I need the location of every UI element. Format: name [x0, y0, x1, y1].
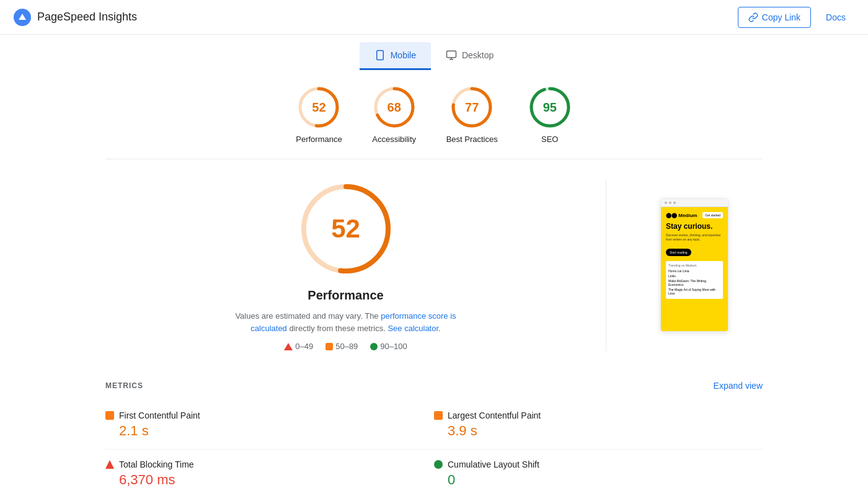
- score-ring-seo: 95: [528, 85, 572, 130]
- score-value-accessibility: 68: [388, 100, 401, 115]
- page-screenshot: ⬤⬤ Medium Get started Stay curious. Disc…: [660, 198, 728, 332]
- legend-fail-range: 0–49: [295, 342, 313, 351]
- metric-fcp: First Contentful Paint 2.1 s: [105, 401, 434, 450]
- medium-logo: ⬤⬤ Medium: [666, 213, 697, 218]
- performance-section: 52 Performance Values are estimated and …: [105, 159, 763, 371]
- metric-cls: Cumulative Layout Shift 0: [434, 450, 763, 488]
- performance-divider: [606, 179, 606, 351]
- header-left: PageSpeed Insights: [12, 7, 137, 27]
- perf-note-text2: directly from these metrics.: [289, 324, 388, 333]
- screenshot-headline: Stay curious.: [666, 222, 723, 231]
- browser-bar: [661, 199, 728, 207]
- score-cards: 52 Performance 68 Accessibility: [105, 70, 763, 159]
- tab-desktop-label: Desktop: [462, 50, 494, 60]
- score-ring-performance: 52: [296, 85, 341, 130]
- screenshot-body: ⬤⬤ Medium Get started Stay curious. Disc…: [661, 207, 728, 331]
- svg-rect-3: [446, 51, 456, 58]
- pass-icon: [370, 343, 378, 350]
- tab-desktop[interactable]: Desktop: [431, 42, 508, 70]
- fcp-name: First Contentful Paint: [119, 410, 200, 420]
- score-ring-accessibility: 68: [372, 85, 417, 130]
- start-reading-button: Start reading: [666, 249, 691, 256]
- legend-item-fail: 0–49: [284, 342, 313, 351]
- header-right: Copy Link Docs: [738, 7, 856, 28]
- pagespeed-logo: [12, 7, 32, 27]
- calculator-link[interactable]: See calculator: [388, 324, 438, 333]
- score-label-seo: SEO: [541, 135, 558, 144]
- tbt-indicator: [105, 460, 114, 469]
- metric-lcp-name-row: Largest Contentful Paint: [434, 410, 763, 420]
- performance-left: 52 Performance Values are estimated and …: [105, 179, 586, 351]
- trending-item-1: Homo Lei Lima: [668, 269, 720, 273]
- legend-item-pass: 90–100: [370, 342, 407, 351]
- legend: 0–49 50–89 90–100: [284, 342, 407, 351]
- score-card-performance[interactable]: 52 Performance: [296, 85, 342, 144]
- metrics-grid: First Contentful Paint 2.1 s Largest Con…: [105, 401, 763, 488]
- screenshot-container: ⬤⬤ Medium Get started Stay curious. Disc…: [626, 179, 763, 351]
- score-label-accessibility: Accessibility: [372, 135, 416, 144]
- browser-dot-2: [669, 202, 671, 204]
- metrics-section: METRICS Expand view First Contentful Pai…: [105, 371, 763, 488]
- score-card-best-practices[interactable]: 77 Best Practices: [446, 85, 498, 144]
- fail-icon: [284, 343, 293, 350]
- app-title: PageSpeed Insights: [37, 11, 137, 24]
- copy-link-label: Copy Link: [762, 12, 800, 22]
- copy-link-button[interactable]: Copy Link: [738, 7, 811, 28]
- lcp-value: 3.9 s: [448, 423, 763, 439]
- trending-item-2: Links: [668, 274, 720, 278]
- fcp-value: 2.1 s: [119, 423, 434, 439]
- header: PageSpeed Insights Copy Link Docs: [0, 0, 868, 35]
- link-icon: [748, 12, 758, 22]
- metric-lcp: Largest Contentful Paint 3.9 s: [434, 401, 763, 450]
- browser-dot-3: [673, 202, 676, 204]
- trending-section: Trending on Medium Homo Lei Lima Links M…: [666, 261, 723, 299]
- cls-value: 0: [448, 472, 763, 488]
- expand-view-button[interactable]: Expand view: [714, 381, 763, 391]
- desktop-icon: [446, 50, 457, 61]
- legend-average-range: 50–89: [335, 342, 358, 351]
- cls-name: Cumulative Layout Shift: [448, 459, 539, 469]
- browser-dot-1: [665, 202, 667, 204]
- metrics-header: METRICS Expand view: [105, 381, 763, 391]
- score-label-best-practices: Best Practices: [446, 135, 498, 144]
- score-value-seo: 95: [543, 100, 557, 115]
- legend-item-average: 50–89: [326, 342, 358, 351]
- trending-item-3: Make McEwen: The Writing Economics: [668, 279, 720, 286]
- metric-tbt: Total Blocking Time 6,370 ms: [105, 450, 434, 488]
- score-ring-best-practices: 77: [450, 85, 494, 130]
- performance-gauge: 52: [296, 179, 396, 278]
- trending-item-4: The Magic Art of Saying More with Less: [668, 288, 720, 295]
- tab-mobile[interactable]: Mobile: [360, 42, 431, 70]
- metric-cls-name-row: Cumulative Layout Shift: [434, 459, 763, 469]
- average-icon: [326, 343, 333, 350]
- legend-pass-range: 90–100: [380, 342, 407, 351]
- screenshot-subtext: Discover stories, thinking, and expertis…: [666, 233, 723, 242]
- tab-mobile-label: Mobile: [391, 50, 416, 60]
- tabs-container: Mobile Desktop: [0, 35, 868, 70]
- metrics-title: METRICS: [105, 381, 143, 390]
- fcp-indicator: [105, 411, 114, 420]
- big-score-value: 52: [331, 214, 360, 244]
- score-value-best-practices: 77: [465, 100, 479, 115]
- performance-note: Values are estimated and may vary. The p…: [234, 310, 458, 334]
- performance-title: Performance: [308, 288, 383, 303]
- get-started-button: Get started: [702, 212, 723, 218]
- perf-note-period: .: [438, 324, 441, 333]
- perf-note-text: Values are estimated and may vary. The: [235, 311, 381, 321]
- tbt-value: 6,370 ms: [119, 472, 434, 488]
- metric-tbt-name-row: Total Blocking Time: [105, 459, 434, 469]
- lcp-name: Largest Contentful Paint: [448, 410, 541, 420]
- cls-indicator: [434, 460, 443, 469]
- score-value-performance: 52: [312, 100, 326, 115]
- screenshot-header: ⬤⬤ Medium Get started: [666, 212, 723, 218]
- tbt-name: Total Blocking Time: [119, 459, 194, 469]
- main-content: 52 Performance 68 Accessibility: [93, 70, 775, 488]
- mobile-icon: [374, 50, 386, 61]
- trending-title: Trending on Medium: [668, 264, 720, 267]
- docs-button[interactable]: Docs: [816, 7, 856, 27]
- score-label-performance: Performance: [296, 135, 342, 144]
- metric-fcp-name-row: First Contentful Paint: [105, 410, 434, 420]
- lcp-indicator: [434, 411, 443, 420]
- score-card-accessibility[interactable]: 68 Accessibility: [372, 85, 417, 144]
- score-card-seo[interactable]: 95 SEO: [528, 85, 572, 144]
